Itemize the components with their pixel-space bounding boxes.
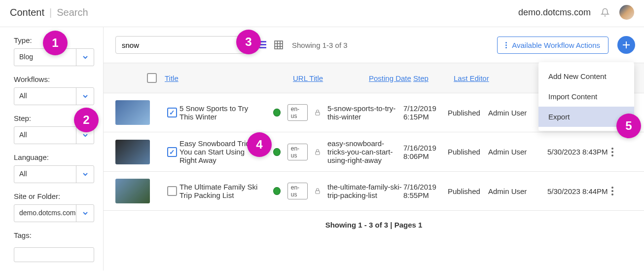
breadcrumb: Content | Search [10, 7, 88, 18]
type-label: Type: [14, 36, 94, 44]
row-title: Easy Snowboard Tricks You can Start Usin… [179, 139, 273, 164]
svg-rect-4 [259, 44, 266, 45]
workflows-label: Workflows: [14, 75, 94, 83]
main-content: Showing 1-3 of 3 Available Workflow Acti… [104, 27, 644, 271]
row-date: 7/16/2019 8:06PM [403, 144, 448, 160]
svg-rect-15 [316, 191, 320, 194]
type-value: Blog [14, 49, 76, 66]
page-subtitle: Search [57, 7, 88, 18]
sort-step[interactable]: Step [413, 74, 429, 82]
th-title: Title [165, 74, 293, 82]
lock-icon [314, 149, 321, 155]
site-name[interactable]: demo.dotcms.com [518, 7, 591, 18]
lang-badge: en-us [287, 183, 308, 199]
chevron-down-icon [76, 205, 94, 222]
site-value: demo.dotcms.com [14, 205, 76, 222]
site-select[interactable]: demo.dotcms.com [14, 204, 94, 222]
row-modified: 5/30/2023 8:44PM [547, 187, 611, 195]
svg-rect-3 [259, 41, 266, 42]
workflow-actions-button[interactable]: Available Workflow Actions [497, 37, 608, 54]
kebab-icon [505, 42, 507, 48]
workflows-value: All [14, 88, 76, 105]
svg-rect-2 [256, 47, 258, 48]
row-date: 7/12/2019 6:15PM [403, 104, 448, 121]
view-toggle [256, 40, 283, 49]
tags-label: Tags: [14, 231, 94, 239]
row-url: 5-snow-sports-to-try-this-winter [327, 104, 403, 121]
lock-icon [314, 109, 321, 116]
type-select[interactable]: Blog [14, 48, 94, 66]
row-checkbox[interactable] [167, 108, 177, 117]
svg-rect-14 [316, 152, 320, 155]
row-editor: Admin User [488, 187, 547, 195]
language-select[interactable]: All [14, 165, 94, 183]
toolbar: Showing 1-3 of 3 Available Workflow Acti… [104, 27, 644, 63]
language-value: All [14, 166, 76, 183]
page-header: Content | Search demo.dotcms.com [0, 0, 644, 27]
lock-icon [314, 188, 321, 194]
row-url: easy-snowboard-tricks-you-can-start-usin… [327, 139, 403, 164]
row-title: 5 Snow Sports to Try This Winter [179, 104, 273, 121]
tags-input[interactable] [14, 247, 94, 262]
row-url: the-ultimate-family-ski-trip-packing-lis… [327, 183, 403, 199]
chevron-down-icon [76, 49, 94, 66]
svg-rect-0 [256, 41, 258, 42]
svg-rect-5 [259, 47, 266, 48]
sort-title[interactable]: Title [165, 74, 179, 82]
avatar[interactable] [619, 5, 634, 20]
dropdown-export[interactable]: Export [538, 107, 634, 127]
workflow-btn-label: Available Workflow Actions [512, 41, 600, 49]
showing-text: Showing 1-3 of 3 [292, 41, 348, 49]
sort-date[interactable]: Posting Date [369, 74, 411, 82]
chevron-down-icon [76, 88, 94, 105]
row-step: Published [448, 187, 488, 195]
add-dropdown-menu: Add New Content Import Content Export [538, 62, 634, 131]
lang-badge: en-us [287, 104, 308, 121]
header-right: demo.dotcms.com [518, 5, 634, 20]
row-editor: Admin User [488, 148, 547, 156]
th-date: Posting Date [369, 74, 413, 82]
site-label: Site or Folder: [14, 192, 94, 200]
header-checkbox-cell [115, 73, 165, 83]
svg-rect-6 [275, 41, 283, 49]
svg-rect-13 [316, 112, 320, 115]
row-date: 7/16/2019 8:55PM [403, 183, 448, 199]
select-all-checkbox[interactable] [147, 73, 157, 83]
step-select[interactable]: All [14, 126, 94, 144]
grid-view-icon[interactable] [274, 40, 283, 49]
row-more-icon[interactable] [611, 187, 631, 195]
sort-editor[interactable]: Last Editor [454, 74, 489, 82]
language-label: Language: [14, 153, 94, 161]
list-view-icon[interactable] [256, 41, 266, 49]
row-checkbox[interactable] [167, 147, 177, 157]
lang-badge: en-us [287, 144, 308, 160]
workflows-select[interactable]: All [14, 87, 94, 105]
th-editor: Last Editor [454, 74, 513, 82]
search-input[interactable] [115, 36, 248, 54]
svg-rect-1 [256, 44, 258, 45]
status-dot-icon [273, 109, 281, 116]
add-button[interactable] [617, 36, 635, 54]
dropdown-add-new[interactable]: Add New Content [538, 66, 634, 86]
filter-sidebar: Type: Blog Workflows: All Step: All Lang… [0, 27, 104, 271]
thumbnail [115, 179, 150, 203]
status-dot-icon [273, 148, 281, 156]
title-divider: | [49, 7, 52, 18]
pagination-footer: Showing 1 - 3 of 3 | Pages 1 [104, 211, 644, 244]
row-step: Published [448, 148, 488, 156]
row-title: The Ultimate Family Ski Trip Packing Lis… [179, 183, 273, 199]
dropdown-import[interactable]: Import Content [538, 86, 634, 107]
table-row[interactable]: Easy Snowboard Tricks You can Start Usin… [104, 132, 644, 172]
chevron-down-icon [76, 127, 94, 144]
status-dot-icon [273, 187, 281, 195]
row-checkbox[interactable] [167, 186, 177, 196]
row-step: Published [448, 109, 488, 117]
th-url: URL Title [293, 74, 369, 82]
sort-url[interactable]: URL Title [293, 74, 323, 82]
step-label: Step: [14, 114, 94, 122]
bell-icon[interactable] [601, 8, 609, 17]
table-row[interactable]: The Ultimate Family Ski Trip Packing Lis… [104, 172, 644, 211]
row-more-icon[interactable] [611, 148, 631, 156]
chevron-down-icon [76, 166, 94, 183]
step-value: All [14, 127, 76, 144]
